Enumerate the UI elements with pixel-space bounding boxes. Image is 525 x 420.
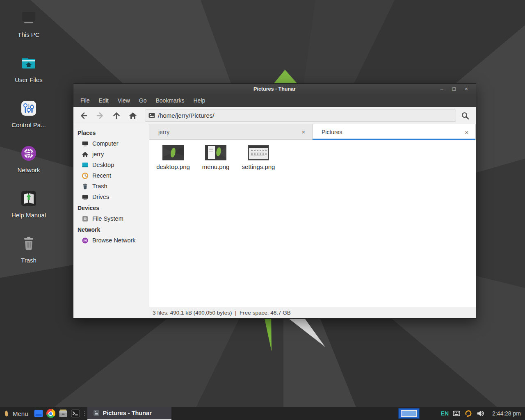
window-title: Pictures - Thunar: [73, 86, 476, 92]
volume-icon[interactable]: [477, 410, 484, 417]
workspace-pager[interactable]: [398, 408, 420, 419]
maximize-button[interactable]: □: [450, 84, 459, 94]
devices-header: Devices: [73, 202, 149, 213]
desktop-icon-label: Control Pa...: [3, 121, 54, 128]
mint-menu-icon: [3, 410, 10, 417]
settings-png-thumbnail: [248, 145, 269, 160]
start-menu-button[interactable]: Menu: [0, 407, 32, 420]
up-arrow-icon: [112, 111, 121, 120]
launcher-file-manager[interactable]: [57, 407, 69, 420]
desktop-icon-trash[interactable]: Trash: [3, 233, 54, 264]
network-globe-icon: [3, 143, 54, 164]
sidebar-item-computer[interactable]: Computer: [73, 138, 149, 149]
tab-bar: jerry × Pictures ×: [149, 124, 476, 140]
sidebar-item-label: Desktop: [92, 162, 114, 168]
sidebar-item-label: Browse Network: [92, 237, 136, 244]
tab-jerry[interactable]: jerry ×: [149, 124, 313, 140]
toolbar: /home/jerry/Pictures/: [73, 107, 476, 124]
sidebar-item-file-system[interactable]: File System: [73, 213, 149, 224]
desktop-icon-label: Network: [3, 167, 54, 173]
system-tray: EN 2:44:28 pm: [441, 409, 525, 418]
desktop-icon-user-files[interactable]: User Files: [3, 52, 54, 83]
file-view[interactable]: desktop.png menu.png: [149, 140, 476, 307]
places-header: Places: [73, 127, 149, 138]
desktop-icon-label: Help Manual: [3, 212, 54, 219]
sidebar-item-browse-network[interactable]: Browse Network: [73, 235, 149, 246]
network-header: Network: [73, 224, 149, 235]
file-item-desktop-png[interactable]: desktop.png: [153, 144, 193, 170]
sidebar-item-label: jerry: [92, 151, 104, 158]
menu-go[interactable]: Go: [135, 94, 151, 107]
chrome-icon: [46, 409, 55, 418]
home-button[interactable]: [125, 109, 141, 123]
sidebar-item-desktop[interactable]: Desktop: [73, 160, 149, 170]
desktop-icon-control-panel[interactable]: Control Pa...: [3, 98, 54, 128]
minimize-button[interactable]: –: [437, 84, 446, 94]
tab-close-icon[interactable]: ×: [463, 129, 470, 136]
menu-help[interactable]: Help: [189, 94, 210, 107]
computer-icon: [3, 7, 54, 29]
path-entry[interactable]: /home/jerry/Pictures/: [145, 110, 456, 122]
back-icon: [79, 111, 88, 120]
terminal-icon: [71, 409, 80, 418]
sidebar-item-trash[interactable]: Trash: [73, 181, 149, 192]
tab-pictures[interactable]: Pictures ×: [313, 124, 476, 140]
sidebar-item-label: Computer: [92, 140, 119, 147]
control-panel-icon: [3, 98, 54, 119]
search-button[interactable]: [457, 109, 473, 123]
close-button[interactable]: ×: [462, 84, 471, 94]
back-button[interactable]: [76, 109, 91, 123]
sidebar-item-home[interactable]: jerry: [73, 149, 149, 160]
menubar: File Edit View Go Bookmarks Help: [73, 94, 476, 107]
clock[interactable]: 2:44:28 pm: [488, 410, 521, 417]
menu-edit[interactable]: Edit: [94, 94, 113, 107]
drive-icon: [82, 194, 89, 201]
keyboard-layout-indicator[interactable]: EN: [441, 410, 449, 417]
window-icon: [34, 409, 43, 418]
menu-bookmarks[interactable]: Bookmarks: [151, 94, 189, 107]
task-label: Pictures - Thunar: [103, 410, 152, 416]
home-icon: [128, 111, 137, 120]
desktop: This PC User Files Control Pa... Network…: [0, 0, 525, 420]
taskbar-window-button[interactable]: Pictures - Thunar: [87, 407, 171, 420]
menu-view[interactable]: View: [113, 94, 135, 107]
launcher-chrome[interactable]: [45, 407, 57, 420]
sidebar-item-label: Recent: [92, 172, 111, 179]
panel-separator-handle: [83, 407, 86, 420]
desktop-png-thumbnail: [162, 145, 184, 160]
clock-icon: [82, 172, 89, 179]
menu-file[interactable]: File: [76, 94, 94, 107]
path-text: /home/jerry/Pictures/: [158, 112, 215, 119]
sidebar-item-label: File System: [92, 215, 123, 222]
tab-label: Pictures: [322, 129, 342, 135]
launcher-terminal[interactable]: [69, 407, 82, 420]
forward-button[interactable]: [92, 109, 108, 123]
status-text: 3 files: 490.1 kB (490,050 bytes) | Free…: [153, 310, 291, 316]
titlebar[interactable]: Pictures - Thunar – □ ×: [73, 84, 476, 94]
desktop-icon-network[interactable]: Network: [3, 143, 54, 173]
desktop-icon-help-manual[interactable]: Help Manual: [3, 188, 54, 219]
hard-disk-icon: [82, 215, 89, 222]
thunar-task-icon: [93, 410, 100, 416]
sidebar-item-label: Drives: [92, 194, 109, 200]
window-body: Places Computer jerry Desktop Recent: [73, 124, 476, 318]
thunar-window: Pictures - Thunar – □ × File Edit View G…: [73, 83, 476, 319]
sidebar-item-recent[interactable]: Recent: [73, 170, 149, 181]
up-button[interactable]: [109, 109, 124, 123]
file-cabinet-icon: [58, 409, 68, 418]
sidebar-item-drives[interactable]: Drives: [73, 192, 149, 202]
pager-window-preview: [401, 410, 417, 417]
desktop-icon-label: This PC: [3, 31, 54, 38]
keyboard-icon[interactable]: [453, 410, 460, 417]
tab-close-icon[interactable]: ×: [300, 128, 307, 135]
computer-icon: [82, 140, 89, 147]
forward-icon: [96, 111, 105, 120]
update-manager-icon[interactable]: [464, 409, 472, 418]
status-bar: 3 files: 490.1 kB (490,050 bytes) | Free…: [149, 307, 476, 318]
tab-label: jerry: [158, 129, 169, 135]
help-manual-icon: [3, 188, 54, 209]
desktop-icon-this-pc[interactable]: This PC: [3, 7, 54, 38]
file-item-menu-png[interactable]: menu.png: [196, 144, 235, 170]
file-item-settings-png[interactable]: settings.png: [239, 144, 278, 170]
launcher-show-desktop[interactable]: [32, 407, 45, 420]
